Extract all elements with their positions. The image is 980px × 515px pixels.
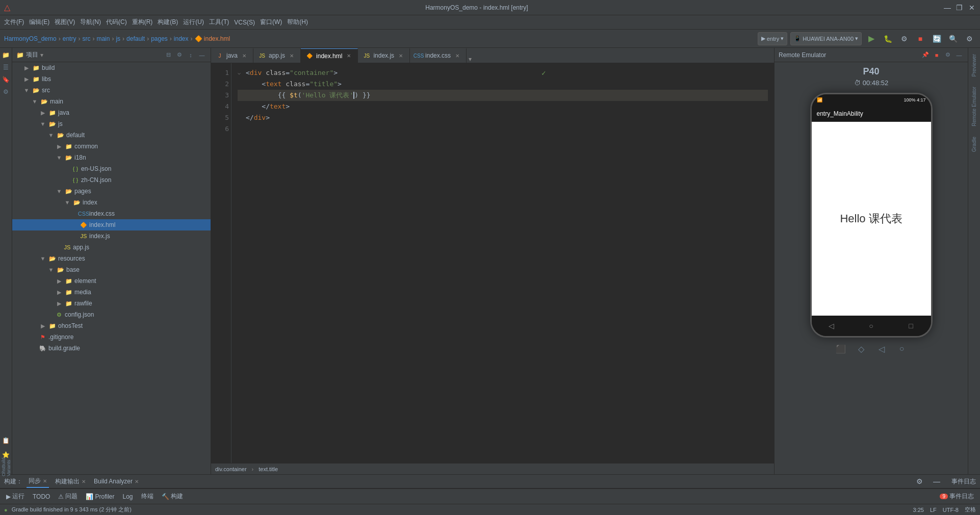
close-analyzer-tab[interactable]: ✕ — [135, 479, 139, 484]
tree-item-index-css[interactable]: CSS index.css — [12, 208, 211, 219]
collapse-all-icon[interactable]: ⊟ — [164, 50, 173, 60]
breadcrumb-main[interactable]: main — [96, 35, 110, 42]
sidebar-project-icon[interactable]: 📁 — [1, 50, 11, 60]
nav-home-button[interactable]: ○ — [866, 321, 876, 331]
tree-item-java[interactable]: ▶ 📁 java — [12, 107, 211, 118]
build-tab-sync[interactable]: 同步 ✕ — [27, 475, 49, 488]
breadcrumb-src[interactable]: src — [82, 35, 90, 42]
menu-edit[interactable]: 编辑(E) — [27, 18, 51, 27]
profiler-button[interactable]: 📊 Profiler — [84, 491, 116, 503]
tab-appjs[interactable]: JS app.js ✕ — [253, 48, 301, 63]
tree-expand-icon[interactable]: ↕ — [186, 50, 195, 60]
tree-item-app-js[interactable]: JS app.js — [12, 242, 211, 253]
tree-item-index-hml[interactable]: 🔶 index.hml — [12, 219, 211, 230]
menu-vcs[interactable]: VCS(S) — [232, 19, 257, 26]
debug-button[interactable]: 🐛 — [881, 32, 894, 45]
build-bar-settings-icon[interactable]: ⚙ — [913, 475, 926, 488]
device-selector[interactable]: 📱 HUAWEI ANA-AN00 ▾ — [790, 32, 862, 45]
tree-item-default[interactable]: ▼ 📂 default — [12, 130, 211, 141]
build-tab-analyzer[interactable]: Build Analyzer ✕ — [92, 475, 141, 488]
tree-item-src[interactable]: ▼ 📂 src — [12, 85, 211, 96]
tree-item-js[interactable]: ▼ 📂 js — [12, 118, 211, 130]
tree-item-build[interactable]: ▶ 📁 build — [12, 62, 211, 73]
tab-index-hml[interactable]: 🔶 index.hml ✕ — [301, 48, 358, 63]
sidebar-bookmarks-icon[interactable]: 🔖 — [1, 74, 11, 85]
tree-item-pages[interactable]: ▼ 📂 pages — [12, 186, 211, 197]
tree-item-config-json[interactable]: ⚙ config.json — [12, 309, 211, 320]
menu-navigate[interactable]: 导航(N) — [78, 18, 103, 27]
menu-tools[interactable]: 工具(T) — [207, 18, 231, 27]
nav-back-button[interactable]: ◁ — [827, 321, 837, 331]
tree-item-build-gradle[interactable]: 🐘 build.gradle — [12, 343, 211, 354]
remote-emulator-tab[interactable]: Remote Emulator — [970, 83, 978, 131]
close-button[interactable]: ✕ — [968, 4, 976, 12]
tree-item-i18n[interactable]: ▼ 📂 i18n — [12, 152, 211, 163]
tree-item-index-js[interactable]: JS index.js — [12, 230, 211, 242]
sidebar-bottom-3[interactable]: OhsBuildVariants — [1, 462, 11, 472]
tree-item-main[interactable]: ▼ 📂 main — [12, 96, 211, 107]
tab-close-java[interactable]: ✕ — [241, 52, 248, 59]
breadcrumb-project[interactable]: HarmonyOS_demo — [4, 35, 57, 42]
tree-item-gitignore[interactable]: ⚑ .gitignore — [12, 331, 211, 343]
tree-item-rawfile[interactable]: ▶ 📁 rawfile — [12, 298, 211, 309]
stop-emulator-icon[interactable]: ■ — [932, 50, 941, 60]
tree-item-common[interactable]: ▶ 📁 common — [12, 141, 211, 152]
gradle-tab[interactable]: Gradle — [970, 133, 978, 156]
entry-selector[interactable]: ▶ entry ▾ — [758, 32, 787, 45]
emulator-minimize-icon[interactable]: — — [955, 50, 964, 60]
emulator-power-button[interactable]: ○ — [895, 342, 909, 356]
terminal-button[interactable]: 终端 — [139, 491, 156, 503]
settings-button[interactable]: ⚙ — [963, 32, 976, 45]
menu-help[interactable]: 帮助(H) — [285, 18, 310, 27]
maximize-button[interactable]: ❐ — [956, 4, 964, 12]
tree-item-ohostest[interactable]: ▶ 📁 ohosTest — [12, 320, 211, 331]
previewer-tab[interactable]: Previewer — [970, 50, 978, 81]
menu-build[interactable]: 构建(B) — [156, 18, 180, 27]
menu-refactor[interactable]: 重构(R) — [130, 18, 155, 27]
nav-recents-button[interactable]: □ — [906, 321, 916, 331]
tree-item-en-json[interactable]: { } en-US.json — [12, 163, 211, 174]
tab-close-hml[interactable]: ✕ — [345, 53, 352, 60]
problems-button[interactable]: ⚠ 问题 — [56, 491, 80, 503]
emulator-settings-icon[interactable]: ⚙ — [943, 50, 952, 60]
menu-window[interactable]: 窗口(W) — [258, 18, 284, 27]
sidebar-structure-icon[interactable]: ☰ — [1, 62, 11, 72]
tree-item-resources[interactable]: ▼ 📂 resources — [12, 253, 211, 264]
close-output-tab[interactable]: ✕ — [82, 479, 86, 484]
tab-close-indexjs[interactable]: ✕ — [397, 52, 404, 59]
menu-code[interactable]: 代码(C) — [104, 18, 129, 27]
log-button[interactable]: Log — [120, 491, 135, 503]
tree-item-index-folder[interactable]: ▼ 📂 index — [12, 197, 211, 208]
emulator-screenshot-button[interactable]: ⬛ — [834, 342, 848, 356]
tab-index-js[interactable]: JS index.js ✕ — [358, 48, 410, 63]
sidebar-bottom-1[interactable]: 📋 — [1, 435, 11, 446]
tab-close-css[interactable]: ✕ — [454, 52, 461, 59]
pin-icon[interactable]: 📌 — [921, 50, 930, 60]
tree-minimize-icon[interactable]: — — [197, 50, 207, 60]
tree-settings-icon[interactable]: ⚙ — [175, 50, 184, 60]
search-button[interactable]: 🔍 — [946, 32, 960, 45]
tab-java[interactable]: J java ✕ — [211, 48, 253, 63]
menu-file[interactable]: 文件(F) — [2, 18, 26, 27]
stop-button[interactable]: ■ — [914, 32, 927, 45]
tree-item-base[interactable]: ▼ 📂 base — [12, 264, 211, 275]
titlebar-controls[interactable]: — ❐ ✕ — [943, 4, 976, 12]
breadcrumb-pages[interactable]: pages — [151, 35, 168, 42]
coverage-button[interactable]: ⚙ — [897, 32, 911, 45]
build-tab-output[interactable]: 构建输出 ✕ — [53, 475, 88, 488]
tree-item-zh-json[interactable]: { } zh-CN.json — [12, 174, 211, 186]
minimize-button[interactable]: — — [943, 4, 951, 12]
breadcrumb-js[interactable]: js — [116, 35, 120, 42]
breadcrumb-file[interactable]: 🔶 index.hml — [195, 35, 230, 42]
breadcrumb-index[interactable]: index — [174, 35, 189, 42]
tab-index-css[interactable]: CSS index.css ✕ — [410, 48, 467, 63]
tree-item-element[interactable]: ▶ 📁 element — [12, 275, 211, 287]
sync-button[interactable]: 🔄 — [930, 32, 943, 45]
emulator-rotate-button[interactable]: ◇ — [854, 342, 868, 356]
close-sync-tab[interactable]: ✕ — [43, 478, 47, 484]
run-tool-button[interactable]: ▶ 运行 — [4, 491, 27, 503]
breadcrumb-default[interactable]: default — [126, 35, 145, 42]
build-bar-minimize-icon[interactable]: — — [930, 475, 943, 488]
code-content[interactable]: ⌵ <div class="container"> ✓ <text class=… — [231, 63, 774, 463]
todo-button[interactable]: TODO — [31, 491, 52, 503]
